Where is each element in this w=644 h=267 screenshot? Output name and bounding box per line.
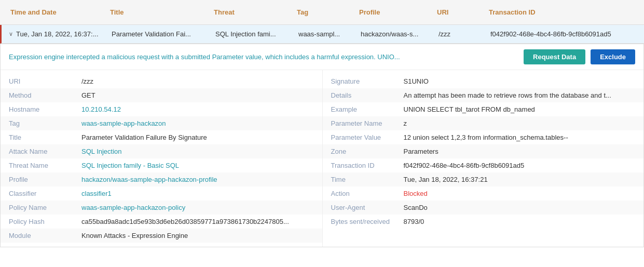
field-label: Parameter Name [331, 119, 404, 127]
field-value[interactable]: SQL Injection [81, 148, 314, 155]
field-value: ScanDo [404, 204, 636, 211]
col-transaction-id: Transaction ID [483, 5, 644, 19]
field-row-right-7: TimeTue, Jan 18, 2022, 16:37:21 [323, 172, 644, 186]
field-value: Tue, Jan 18, 2022, 16:37:21 [404, 176, 636, 183]
field-row-left-11: ModuleKnown Attacks - Expression Engine [1, 229, 322, 243]
field-value[interactable]: 10.210.54.12 [81, 105, 314, 113]
detail-panel: Expression engine intercepted a maliciou… [0, 44, 644, 247]
field-row-right-1: DetailsAn attempt has been made to retri… [323, 88, 644, 102]
field-row-right-8: ActionBlocked [323, 186, 644, 201]
field-value: /zzz [81, 77, 314, 85]
field-label: Attack Name [9, 148, 81, 155]
field-value: GET [81, 91, 314, 99]
field-label: Method [9, 91, 81, 99]
field-row-right-10: Bytes sent/received8793/0 [323, 215, 644, 229]
col-profile: Profile [353, 5, 431, 19]
field-label: Example [331, 105, 404, 113]
field-value: 8793/0 [404, 218, 636, 225]
row-title: Parameter Validation Fai... [105, 27, 209, 41]
field-label: User-Agent [331, 204, 404, 211]
chevron-down-icon: ∨ [9, 31, 13, 37]
field-value: f042f902-468e-4bc4-86fb-9cf8b6091ad5 [404, 162, 636, 169]
field-value: 12 union select 1,2,3 from information_s… [404, 134, 636, 141]
field-row-left-3: Tagwaas-sample-app-hackazon [1, 116, 322, 130]
field-label: Action [331, 190, 404, 197]
field-value[interactable]: SQL Injection family - Basic SQL [81, 162, 314, 169]
row-threat: SQL Injection fami... [209, 27, 292, 41]
field-label: Tag [9, 119, 81, 127]
description-bar: Expression engine intercepted a maliciou… [1, 44, 643, 70]
field-row-left-9: Policy Namewaas-sample-app-hackazon-poli… [1, 201, 322, 215]
table-row[interactable]: ∨ Tue, Jan 18, 2022, 16:37:... Parameter… [0, 25, 644, 44]
field-label: Time [331, 176, 404, 183]
field-value: Known Attacks - Expression Engine [81, 232, 314, 239]
request-data-button[interactable]: Request Data [524, 49, 585, 64]
col-uri: URI [431, 5, 483, 19]
col-threat: Threat [208, 5, 291, 19]
field-row-left-5: Attack NameSQL Injection [1, 144, 322, 158]
right-fields-column: SignatureS1UNIODetailsAn attempt has bee… [322, 70, 644, 247]
exclude-button[interactable]: Exclude [591, 49, 635, 64]
field-label: Classifier [9, 190, 81, 197]
field-row-left-10: Policy Hashca55bad9a8adc1d5e93b3d6eb26d0… [1, 215, 322, 229]
field-value: z [404, 119, 636, 127]
field-row-left-1: MethodGET [1, 88, 322, 102]
field-value: ca55bad9a8adc1d5e93b3d6eb26d03859771a973… [81, 218, 314, 225]
field-label: Policy Hash [9, 218, 81, 225]
field-row-right-0: SignatureS1UNIO [323, 74, 644, 88]
action-buttons: Request Data Exclude [524, 49, 635, 64]
field-value[interactable]: waas-sample-app-hackazon [81, 119, 314, 127]
field-row-left-0: URI/zzz [1, 74, 322, 88]
field-label: Threat Name [9, 162, 81, 169]
field-label: Title [9, 134, 81, 141]
field-label: Bytes sent/received [331, 218, 404, 225]
field-label: Policy Name [9, 204, 81, 211]
field-row-left-7: Profilehackazon/waas-sample-app-hackazon… [1, 172, 322, 186]
field-value: Parameter Validation Failure By Signatur… [81, 134, 314, 141]
row-tag: waas-sampl... [292, 27, 354, 41]
field-row-right-4: Parameter Value12 union select 1,2,3 fro… [323, 130, 644, 144]
field-label: Signature [331, 77, 404, 85]
field-value: Blocked [404, 190, 636, 197]
field-row-right-3: Parameter Namez [323, 116, 644, 130]
table-header: Time and Date Title Threat Tag Profile U… [0, 0, 644, 25]
field-row-left-6: Threat NameSQL Injection family - Basic … [1, 158, 322, 172]
field-label: URI [9, 77, 81, 85]
field-row-right-9: User-AgentScanDo [323, 201, 644, 215]
field-value[interactable]: waas-sample-app-hackazon-policy [81, 204, 314, 211]
col-time: Time and Date [0, 5, 104, 19]
field-row-left-4: TitleParameter Validation Failure By Sig… [1, 130, 322, 144]
field-row-left-8: Classifierclassifier1 [1, 186, 322, 201]
fields-container: URI/zzzMethodGETHostname10.210.54.12Tagw… [1, 70, 643, 247]
row-uri: /zzz [432, 27, 484, 41]
field-value: UNION SELECT tbl_tarot FROM db_named [404, 105, 636, 113]
field-value: An attempt has been made to retrieve row… [404, 91, 636, 99]
description-text: Expression engine intercepted a maliciou… [9, 53, 515, 61]
field-label: Module [9, 232, 81, 239]
field-value[interactable]: hackazon/waas-sample-app-hackazon-profil… [81, 176, 314, 183]
row-transaction-id: f042f902-468e-4bc4-86fb-9cf8b6091ad5 [484, 27, 644, 41]
field-label: Transaction ID [331, 162, 404, 169]
field-value[interactable]: classifier1 [81, 190, 314, 197]
field-label: Zone [331, 148, 404, 155]
field-row-right-2: ExampleUNION SELECT tbl_tarot FROM db_na… [323, 102, 644, 116]
row-time: ∨ Tue, Jan 18, 2022, 16:37:... [2, 27, 105, 41]
field-value: S1UNIO [404, 77, 636, 85]
col-tag: Tag [291, 5, 353, 19]
row-profile: hackazon/waas-s... [354, 27, 432, 41]
left-fields-column: URI/zzzMethodGETHostname10.210.54.12Tagw… [1, 70, 322, 247]
field-label: Parameter Value [331, 134, 404, 141]
field-row-right-6: Transaction IDf042f902-468e-4bc4-86fb-9c… [323, 158, 644, 172]
field-value: Parameters [404, 148, 636, 155]
field-row-left-2: Hostname10.210.54.12 [1, 102, 322, 116]
field-row-right-5: ZoneParameters [323, 144, 644, 158]
field-label: Details [331, 91, 404, 99]
field-label: Profile [9, 176, 81, 183]
field-label: Hostname [9, 105, 81, 113]
col-title: Title [104, 5, 208, 19]
